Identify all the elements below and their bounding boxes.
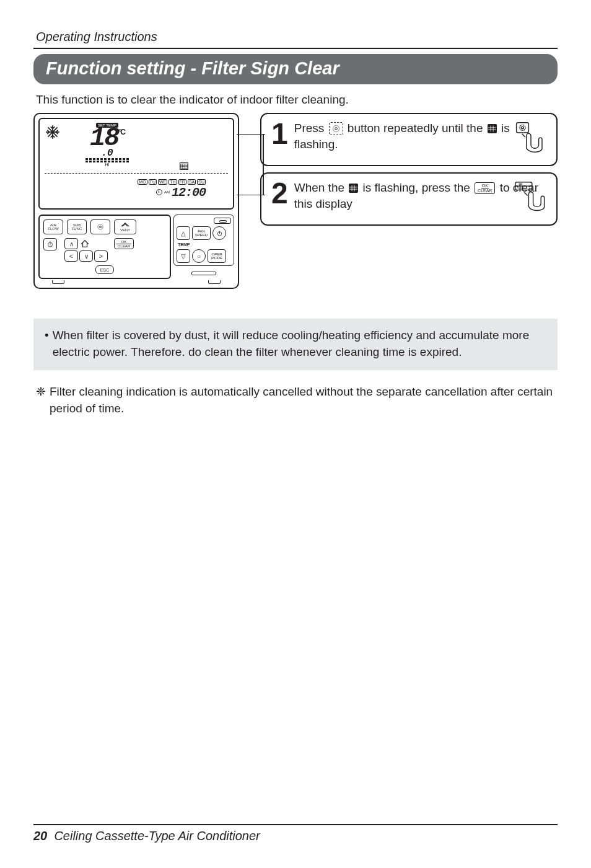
- svg-point-10: [100, 226, 102, 228]
- up-arrow-button[interactable]: ∧: [64, 238, 78, 249]
- sub-func-button[interactable]: SUB FUNC: [67, 219, 87, 234]
- section-banner: Function setting - Filter Sign Clear: [33, 54, 558, 84]
- days-row: MO TU WE TH FR SA SU: [138, 179, 206, 185]
- fan-speed-button[interactable]: FAN SPEED: [192, 226, 211, 240]
- svg-point-16: [333, 126, 339, 132]
- page-footer: 20 Ceiling Cassette-Type Air Conditioner: [33, 824, 558, 843]
- home-icon: [79, 238, 90, 249]
- step-2-number: 2: [271, 179, 288, 208]
- svg-point-9: [98, 224, 103, 229]
- ir-receiver: [214, 218, 231, 224]
- filter-icon: [488, 124, 497, 133]
- step-2-text: When the is flashing, press the OK CLEAR…: [294, 180, 548, 211]
- keypad-right-panel: △ FAN SPEED TEMP ▽ ○ OPER MODE: [173, 215, 234, 266]
- footnote: ❈ Filter cleaning indication is automati…: [33, 384, 558, 417]
- settings-gear-button[interactable]: [90, 219, 110, 234]
- step-1: 1 Press button repeatedly until the is f…: [260, 113, 558, 166]
- footer-title: Ceiling Cassette-Type Air Conditioner: [54, 829, 260, 843]
- power-button[interactable]: [212, 226, 226, 240]
- down-arrow-button[interactable]: ∨: [79, 250, 93, 262]
- arrow-pad: ∧ < ∨ >: [64, 238, 108, 262]
- ok-clear-icon: OK CLEAR: [475, 182, 495, 194]
- remote-feet: [38, 280, 234, 284]
- right-arrow-button[interactable]: >: [94, 250, 108, 262]
- footnote-text: Filter cleaning indication is automatica…: [50, 384, 558, 417]
- svg-text:CLEAR: CLEAR: [517, 187, 525, 190]
- remote-slot: [191, 272, 216, 275]
- hand-press-icon: [514, 122, 548, 157]
- svg-rect-26: [349, 185, 357, 192]
- gear-icon: [329, 122, 343, 135]
- circle-button[interactable]: ○: [192, 249, 206, 263]
- clock-icon: [156, 189, 162, 195]
- remote-lcd: SET TEMP 18 °C .0 HI: [38, 118, 234, 210]
- oper-mode-button[interactable]: OPER MODE: [208, 249, 226, 263]
- header-rule: [33, 48, 558, 49]
- temp-decimal: .0: [101, 149, 113, 157]
- step-1-number: 1: [271, 119, 288, 149]
- flower-mark: ❈: [36, 384, 46, 417]
- remote-illustration: SET TEMP 18 °C .0 HI: [33, 113, 239, 289]
- timer-button[interactable]: [43, 238, 57, 250]
- temp-readout: 18 °C: [90, 128, 125, 149]
- fan-bar-indicator: [85, 158, 129, 162]
- air-flow-button[interactable]: AIR FLOW: [43, 219, 63, 234]
- step-2: 2 When the is flashing, press the OK CLE…: [260, 172, 558, 226]
- keypad-left: AIR FLOW SUB FUNC VENT: [38, 215, 171, 279]
- step-1-text: Press button repeatedly until the is fla…: [294, 120, 548, 152]
- page-number: 20: [33, 829, 47, 843]
- intro-text: This function is to clear the indicator …: [36, 93, 558, 107]
- temp-label: TEMP: [178, 242, 231, 247]
- filter-icon: [349, 184, 358, 193]
- svg-point-24: [520, 125, 525, 130]
- svg-rect-18: [488, 126, 496, 132]
- temp-down-button[interactable]: ▽: [177, 249, 190, 263]
- svg-rect-23: [517, 123, 529, 133]
- svg-point-25: [522, 126, 524, 129]
- hi-label: HI: [105, 162, 110, 167]
- hand-press-icon: OKCLEAR: [514, 181, 548, 217]
- snowflake-icon: [45, 124, 61, 170]
- temp-up-button[interactable]: △: [177, 226, 190, 240]
- vent-button[interactable]: VENT: [114, 219, 136, 234]
- svg-rect-4: [181, 164, 188, 169]
- ok-clear-button[interactable]: OK CLEAR: [114, 238, 134, 249]
- left-arrow-button[interactable]: <: [64, 250, 78, 262]
- time-readout: 12:00: [172, 185, 206, 200]
- filter-icon-small: [180, 162, 188, 170]
- ampm-label: AM: [164, 190, 170, 194]
- bullet-mark: •: [45, 327, 49, 360]
- note-box: • When filter is covered by dust, it wil…: [33, 319, 558, 370]
- esc-button[interactable]: ESC: [95, 265, 114, 274]
- page-header: Operating Instructions: [33, 30, 558, 44]
- note-text: When filter is covered by dust, it will …: [53, 327, 548, 360]
- svg-point-17: [335, 128, 337, 130]
- svg-text:OK: OK: [519, 183, 523, 186]
